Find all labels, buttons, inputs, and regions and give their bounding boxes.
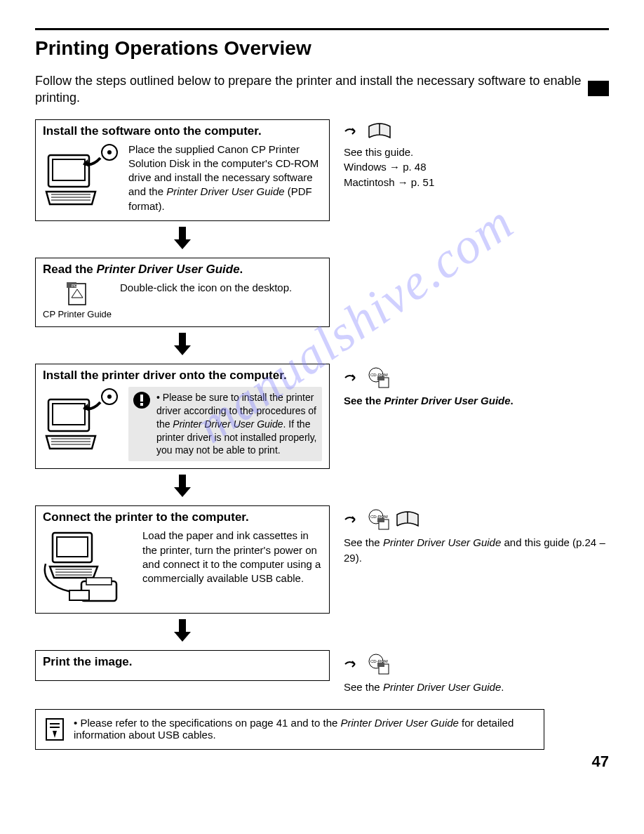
svg-rect-4 [53,159,85,180]
computer-printer-icon [43,529,134,606]
step-1-side-line2: Windows → p. 48 [344,159,609,175]
svg-rect-39 [69,590,89,600]
step-3-side: CD-ROM See the Printer Driver User Guide… [344,364,609,409]
step-2-icon-caption: CP Printer Guide [43,309,112,319]
step-5-title: Print the image. [43,655,322,669]
step-2-title: Read the Printer Driver User Guide. [43,263,322,277]
arrow-down-icon [173,618,192,643]
warning-icon [133,391,151,409]
footnote-text: • Please refer to the specifications on … [74,717,535,741]
note-icon [44,717,65,742]
step-4-side-italic: Printer Driver User Guide [383,536,501,548]
arrow-down-icon [173,473,192,498]
step-3-body: • Please be sure to install the printer … [156,391,318,457]
page-number: 47 [35,753,609,771]
top-rule [35,28,609,30]
arrow-down-icon [173,331,192,357]
svg-rect-14 [179,333,186,345]
svg-point-1 [107,150,112,154]
step-1-body-italic: Printer Driver User Guide [166,185,284,197]
svg-rect-44 [377,518,384,522]
step-5-box: Print the image. [35,650,330,681]
step-1-side: See this guide. Windows → p. 48 Mactinto… [344,119,609,190]
step-5-side-italic: Printer Driver User Guide [383,681,501,693]
step-3-side-icons: CD-ROM [344,366,609,389]
chapter-thumb-tab [588,81,609,96]
footnote-italic: Printer Driver User Guide [341,717,459,729]
computer-cd-icon [43,143,120,209]
footnote-box: • Please refer to the specifications on … [35,709,544,750]
intro-text: Follow the steps outlined below to prepa… [35,72,609,107]
step-1-side-line1: See this guide. [344,145,609,160]
svg-text:PDF: PDF [72,284,80,288]
step-2-title-pre: Read the [43,263,97,276]
svg-marker-9 [174,239,191,249]
step-2-box: Read the Printer Driver User Guide. PDF … [35,258,330,327]
step-3-side-pre: See the [344,395,384,406]
svg-rect-31 [179,475,186,487]
pdf-file-icon: PDF CP Printer Guide [43,281,112,319]
step-3-body-italic: Printer Driver User Guide [173,418,283,430]
footnote-pre: Please refer to the specifications on pa… [80,717,340,729]
step-2-title-italic: Printer Driver User Guide [97,263,240,276]
svg-point-17 [107,395,112,399]
step-5-side: CD-ROM See the Printer Driver User Guide… [344,650,609,695]
svg-rect-20 [53,404,85,425]
svg-rect-25 [140,395,143,402]
arrow-down-icon [173,225,192,251]
svg-rect-45 [179,619,186,632]
svg-rect-26 [140,403,143,406]
svg-marker-15 [174,345,191,355]
step-3-side-italic: Printer Driver User Guide [384,395,511,406]
step-3-box: Install the printer driver onto the comp… [35,364,330,469]
svg-rect-50 [377,663,384,667]
svg-rect-34 [57,537,88,557]
svg-rect-40 [86,578,112,585]
step-1-side-line3: Mactintosh → p. 51 [344,175,609,190]
svg-rect-30 [377,376,384,380]
step-1-title: Install the software onto the computer. [43,124,322,138]
step-1-body: Place the supplied Canon CP Printer Solu… [128,143,322,213]
step-2-title-post: . [240,263,243,276]
step-4-side-icons: CD-ROM [344,508,609,531]
step-3-title: Install the printer driver onto the comp… [43,369,322,383]
svg-marker-54 [53,731,57,738]
step-4-title: Connect the printer to the computer. [43,510,322,524]
computer-cd-icon [43,387,120,454]
step-4-body: Load the paper and ink cassettes in the … [142,529,322,585]
svg-rect-8 [179,227,186,239]
step-3-side-post: . [511,395,514,406]
step-4-side-pre: See the [344,536,383,548]
step-5-side-post: . [501,681,504,693]
step-5-side-pre: See the [344,681,383,693]
step-2-body: Double-click the icon on the desktop. [120,281,322,295]
svg-marker-32 [174,487,191,497]
step-5-side-icons: CD-ROM [344,653,609,675]
svg-marker-46 [174,632,191,642]
step-4-side: CD-ROM See the Printer Driver User Guide… [344,505,609,566]
step-1-box: Install the software onto the computer. … [35,119,330,221]
step-4-box: Connect the printer to the computer. Loa… [35,505,330,614]
page-title: Printing Operations Overview [35,37,609,60]
step-1-side-icons [344,122,609,140]
